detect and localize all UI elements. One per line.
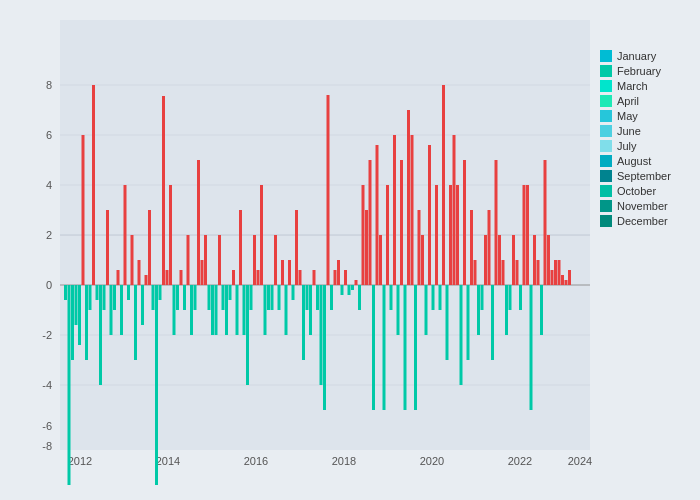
legend-label-july: July — [617, 140, 637, 152]
svg-rect-73 — [236, 285, 239, 335]
svg-rect-24 — [64, 285, 67, 300]
svg-rect-32 — [92, 85, 95, 285]
svg-rect-121 — [404, 285, 407, 410]
svg-rect-168 — [568, 270, 571, 285]
svg-rect-41 — [124, 185, 127, 285]
legend-label-february: February — [617, 65, 661, 77]
svg-rect-116 — [386, 185, 389, 285]
svg-rect-69 — [222, 285, 225, 310]
svg-rect-28 — [78, 285, 81, 345]
svg-rect-58 — [183, 285, 186, 310]
svg-rect-80 — [260, 185, 263, 285]
legend-label-june: June — [617, 125, 641, 137]
svg-rect-156 — [526, 185, 529, 285]
legend-label-december: December — [617, 215, 668, 227]
svg-rect-74 — [239, 210, 242, 285]
legend-label-november: November — [617, 200, 668, 212]
svg-rect-85 — [278, 285, 281, 310]
svg-rect-63 — [201, 260, 204, 285]
legend-color-june — [600, 125, 612, 137]
svg-text:2014: 2014 — [156, 455, 180, 467]
legend-label-may: May — [617, 110, 638, 122]
svg-rect-26 — [71, 285, 74, 360]
legend-color-november — [600, 200, 612, 212]
svg-rect-160 — [540, 285, 543, 335]
svg-rect-96 — [316, 285, 319, 310]
svg-rect-55 — [173, 285, 176, 335]
legend-color-december — [600, 215, 612, 227]
svg-rect-53 — [166, 270, 169, 285]
svg-rect-148 — [498, 235, 501, 285]
legend-item-october: October — [600, 185, 690, 197]
svg-rect-108 — [358, 285, 361, 310]
legend-color-july — [600, 140, 612, 152]
svg-rect-106 — [351, 285, 354, 290]
legend-item-september: September — [600, 170, 690, 182]
svg-rect-143 — [481, 285, 484, 310]
svg-text:2016: 2016 — [244, 455, 268, 467]
svg-rect-145 — [488, 210, 491, 285]
svg-rect-136 — [456, 185, 459, 285]
svg-rect-87 — [285, 285, 288, 335]
legend-item-january: January — [600, 50, 690, 62]
svg-rect-127 — [425, 285, 428, 335]
legend-label-march: March — [617, 80, 648, 92]
svg-rect-157 — [530, 285, 533, 410]
svg-rect-144 — [484, 235, 487, 285]
svg-rect-150 — [505, 285, 508, 335]
svg-rect-89 — [292, 285, 295, 300]
svg-rect-67 — [215, 285, 218, 335]
legend-color-march — [600, 80, 612, 92]
svg-rect-113 — [376, 145, 379, 285]
svg-rect-52 — [162, 96, 165, 285]
svg-rect-84 — [274, 235, 277, 285]
svg-rect-57 — [180, 270, 183, 285]
legend-item-november: November — [600, 200, 690, 212]
legend-color-january — [600, 50, 612, 62]
svg-rect-149 — [502, 260, 505, 285]
svg-rect-29 — [82, 135, 85, 285]
svg-rect-126 — [421, 235, 424, 285]
svg-rect-161 — [544, 160, 547, 285]
svg-rect-112 — [372, 285, 375, 410]
svg-rect-117 — [390, 285, 393, 310]
chart-container: 8 6 4 2 0 -2 -4 -6 -8 2012 2014 2016 201… — [0, 0, 700, 500]
svg-rect-123 — [411, 135, 414, 285]
svg-rect-90 — [295, 210, 298, 285]
legend-color-may — [600, 110, 612, 122]
legend-label-august: August — [617, 155, 651, 167]
svg-text:-4: -4 — [42, 379, 52, 391]
svg-rect-164 — [554, 260, 557, 285]
svg-rect-31 — [89, 285, 92, 310]
svg-rect-30 — [85, 285, 88, 360]
svg-rect-34 — [99, 285, 102, 385]
svg-text:-6: -6 — [42, 420, 52, 432]
svg-rect-61 — [194, 285, 197, 310]
svg-rect-99 — [327, 95, 330, 285]
svg-rect-133 — [446, 285, 449, 360]
svg-rect-33 — [96, 285, 99, 300]
svg-rect-50 — [155, 285, 158, 485]
svg-rect-35 — [103, 285, 106, 310]
svg-rect-60 — [190, 285, 193, 335]
svg-text:2020: 2020 — [420, 455, 444, 467]
svg-rect-79 — [257, 270, 260, 285]
svg-rect-167 — [565, 280, 568, 285]
svg-text:2022: 2022 — [508, 455, 532, 467]
svg-rect-47 — [145, 275, 148, 285]
svg-text:-2: -2 — [42, 329, 52, 341]
legend-item-april: April — [600, 95, 690, 107]
svg-rect-68 — [218, 235, 221, 285]
legend-color-april — [600, 95, 612, 107]
svg-rect-115 — [383, 285, 386, 410]
svg-rect-125 — [418, 210, 421, 285]
legend-item-december: December — [600, 215, 690, 227]
svg-rect-129 — [432, 285, 435, 310]
svg-text:0: 0 — [46, 279, 52, 291]
svg-rect-62 — [197, 160, 200, 285]
svg-rect-75 — [243, 285, 246, 335]
svg-rect-83 — [271, 285, 274, 310]
svg-rect-92 — [302, 285, 305, 360]
svg-rect-72 — [232, 270, 235, 285]
legend-color-february — [600, 65, 612, 77]
